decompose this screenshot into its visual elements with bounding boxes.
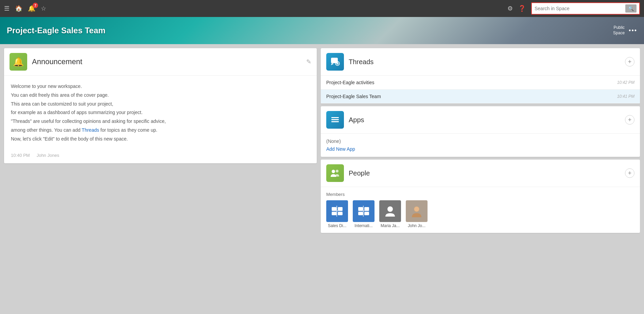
svg-rect-14 xyxy=(338,212,343,215)
body-line-4: for example as a dashboard of apps summa… xyxy=(11,109,310,117)
svg-point-10 xyxy=(336,170,338,172)
people-section: People + Members xyxy=(321,160,640,233)
body-line-7: Now, let's click "Edit" to edit the body… xyxy=(11,135,310,143)
member-avatar-3 xyxy=(379,200,401,222)
members-label: Members xyxy=(326,192,634,197)
gear-icon[interactable]: ⚙ xyxy=(507,5,513,12)
apps-none-label: (None) xyxy=(326,138,634,144)
help-icon[interactable]: ❓ xyxy=(518,5,526,12)
thread-time-2: 10:41 PM xyxy=(617,94,634,99)
svg-rect-20 xyxy=(364,212,369,215)
threads-icon-box xyxy=(326,53,344,71)
threads-add-button[interactable]: + xyxy=(625,57,634,67)
member-item-1[interactable]: Sales Di... xyxy=(326,200,348,228)
announcement-card: 🔔 Announcement ✎ Welcome to your new wor… xyxy=(4,48,317,163)
member-avatar-4 xyxy=(406,200,428,222)
member-name-2: Internati... xyxy=(354,223,372,228)
apps-body: (None) Add New App xyxy=(321,134,640,157)
svg-marker-1 xyxy=(331,63,334,65)
notification-wrapper[interactable]: 🔔 7 xyxy=(28,5,35,12)
threads-link[interactable]: Threads xyxy=(82,127,99,133)
main-layout: 🔔 Announcement ✎ Welcome to your new wor… xyxy=(0,44,644,314)
space-banner: Project-Eagle Sales Team Public Space ••… xyxy=(0,17,644,44)
announcement-body: Welcome to your new workspace. You can e… xyxy=(4,76,317,149)
people-body: Members xyxy=(321,187,640,233)
search-button[interactable]: 🔍 xyxy=(625,4,637,13)
banner-right: Public Space ••• xyxy=(613,25,637,36)
left-panel: 🔔 Announcement ✎ Welcome to your new wor… xyxy=(4,48,317,310)
home-icon[interactable]: 🏠 xyxy=(15,5,22,12)
svg-rect-7 xyxy=(331,121,339,122)
thread-time-1: 10:42 PM xyxy=(617,80,634,85)
svg-rect-13 xyxy=(332,212,336,215)
announcement-author: John Jones xyxy=(37,153,59,158)
apps-title: Apps xyxy=(349,116,364,124)
thread-item-2[interactable]: Project-Eagle Sales Team 10:41 PM xyxy=(321,90,640,104)
svg-point-23 xyxy=(387,206,393,212)
member-name-4: John Jo... xyxy=(408,223,425,228)
member-name-1: Sales Di... xyxy=(328,223,347,228)
notification-badge: 7 xyxy=(33,3,38,8)
right-panel: Threads + Project-Eagle activities 10:42… xyxy=(321,48,640,310)
svg-rect-18 xyxy=(364,207,369,210)
apps-add-button[interactable]: + xyxy=(625,115,634,125)
threads-title: Threads xyxy=(349,58,373,66)
space-type-label: Public Space xyxy=(613,25,625,36)
announcement-icon-box: 🔔 xyxy=(10,53,27,71)
announcement-footer: 10:40 PM John Jones xyxy=(4,149,317,163)
people-title: People xyxy=(349,169,370,177)
search-input[interactable] xyxy=(535,6,625,11)
member-item-3[interactable]: Maria Ja... xyxy=(379,200,401,228)
menu-icon[interactable]: ☰ xyxy=(4,5,10,12)
body-line-3: This area can be customized to suit your… xyxy=(11,100,310,108)
thread-item-1[interactable]: Project-Eagle activities 10:42 PM xyxy=(321,76,640,90)
add-new-app-link[interactable]: Add New App xyxy=(326,146,355,152)
svg-rect-12 xyxy=(338,207,343,210)
svg-rect-6 xyxy=(331,119,339,120)
apps-icon-box xyxy=(326,111,344,129)
top-navigation: ☰ 🏠 🔔 7 ☆ ⚙ ❓ 🔍 xyxy=(0,0,644,17)
member-grid: Sales Di... xyxy=(326,200,634,228)
threads-section: Threads + Project-Eagle activities 10:42… xyxy=(321,48,640,104)
svg-rect-19 xyxy=(358,212,363,215)
body-line-5: "Threads" are useful for collecting opin… xyxy=(11,117,310,126)
people-header: People + xyxy=(321,160,640,187)
member-item-2[interactable]: Internati... xyxy=(353,200,375,228)
member-avatar-2 xyxy=(353,200,375,222)
svg-point-9 xyxy=(332,170,335,173)
svg-rect-17 xyxy=(358,207,363,210)
announcement-time: 10:40 PM xyxy=(11,153,30,158)
member-name-3: Maria Ja... xyxy=(381,223,400,228)
edit-icon[interactable]: ✎ xyxy=(306,58,311,66)
people-icon-box xyxy=(326,164,344,182)
svg-rect-11 xyxy=(332,207,336,210)
people-add-button[interactable]: + xyxy=(625,168,634,178)
announcement-header: 🔔 Announcement ✎ xyxy=(4,48,317,76)
thread-name-2: Project-Eagle Sales Team xyxy=(326,94,381,99)
member-avatar-1 xyxy=(326,200,348,222)
member-item-4[interactable]: John Jo... xyxy=(406,200,428,228)
space-title: Project-Eagle Sales Team xyxy=(7,26,105,35)
thread-name-1: Project-Eagle activities xyxy=(326,80,375,85)
more-options-button[interactable]: ••• xyxy=(629,27,637,34)
announcement-title: Announcement xyxy=(32,57,82,66)
body-line-2: You can edit freely this area of the cov… xyxy=(11,91,310,99)
search-box[interactable]: 🔍 xyxy=(531,2,640,15)
svg-point-25 xyxy=(414,207,419,211)
apps-header: Apps + xyxy=(321,106,640,134)
svg-rect-8 xyxy=(331,117,333,118)
body-line-6: among other things. You can add Threads … xyxy=(11,126,310,134)
star-icon[interactable]: ☆ xyxy=(41,5,46,12)
apps-section: Apps + (None) Add New App xyxy=(321,106,640,157)
threads-header: Threads + xyxy=(321,48,640,76)
body-line-1: Welcome to your new workspace. xyxy=(11,82,310,91)
